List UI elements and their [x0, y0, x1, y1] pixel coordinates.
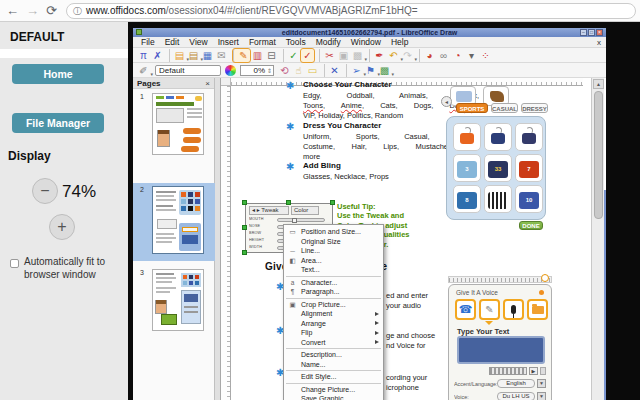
- home-button[interactable]: Home: [12, 64, 104, 84]
- context-menu-item[interactable]: Edit Style...: [284, 372, 383, 382]
- context-menu-item[interactable]: ¶ Paragraph...: [284, 287, 383, 297]
- menu[interactable]: View: [184, 37, 212, 48]
- context-menu-item[interactable]: Arrange: [284, 319, 383, 329]
- context-menu-item[interactable]: ▭ Position and Size...: [284, 227, 383, 237]
- note-icon[interactable]: ▭: [306, 64, 319, 77]
- print-icon[interactable]: ⊟: [265, 49, 278, 62]
- context-menu-item[interactable]: Save Graphic...: [284, 394, 383, 400]
- effects-icon[interactable]: ☝: [292, 64, 305, 77]
- clone-formatting-icon[interactable]: ✒: [369, 49, 386, 62]
- scroll-up-icon[interactable]: ▲: [593, 79, 604, 89]
- open-icon[interactable]: ▤: [187, 49, 200, 62]
- pages-panel: Pages × 1: [133, 78, 215, 400]
- page-thumbnail-row-1[interactable]: 1: [133, 90, 215, 160]
- context-menu-item[interactable]: Change Picture...: [284, 385, 383, 395]
- context-menu-item[interactable]: Description...: [284, 350, 383, 360]
- fit-checkbox[interactable]: [10, 259, 19, 268]
- menu[interactable]: Window: [346, 37, 386, 48]
- reload-icon[interactable]: ⟳: [46, 2, 57, 20]
- auto-spellcheck-icon[interactable]: ✓: [301, 49, 314, 62]
- edit-points-icon[interactable]: ✕: [324, 64, 341, 77]
- align-icon[interactable]: ⚑: [364, 64, 377, 77]
- url-domain: www.offidocs.com: [86, 5, 166, 16]
- pages-panel-close-icon[interactable]: ×: [205, 79, 210, 88]
- grid-icon[interactable]: ▩: [378, 64, 391, 77]
- export-pdf-icon[interactable]: ▥: [251, 49, 264, 62]
- context-menu-item[interactable]: ─ Line...: [284, 246, 383, 256]
- context-menu-item[interactable]: Original Size: [284, 237, 383, 247]
- forward-icon[interactable]: →: [26, 2, 39, 20]
- selection-handle[interactable]: [242, 225, 247, 230]
- cut-icon[interactable]: ✂: [319, 49, 336, 62]
- type-your-text-label: Type Your Text: [457, 327, 509, 336]
- page-thumbnail-row-3[interactable]: 3: [133, 266, 215, 338]
- menu[interactable]: Format: [244, 37, 281, 48]
- styles-icon[interactable]: ✐: [137, 64, 150, 77]
- chart-icon[interactable]: ◕: [419, 49, 436, 62]
- page-number: 2: [140, 186, 144, 193]
- menu-item-icon: ─: [287, 246, 298, 256]
- selection-handle[interactable]: [330, 200, 335, 205]
- done-button: DONE: [519, 221, 543, 230]
- context-menu-item[interactable]: ◧ Area...: [284, 256, 383, 266]
- selection-handle[interactable]: [286, 200, 291, 205]
- context-menu-item[interactable]: ▣ Crop Picture...: [284, 300, 383, 310]
- new-document-icon[interactable]: ▤: [169, 49, 186, 62]
- menu[interactable]: File: [136, 37, 160, 48]
- bullet-icon: ✱: [286, 121, 294, 132]
- menu[interactable]: Modify: [311, 37, 346, 48]
- undo-icon[interactable]: ↶: [387, 49, 400, 62]
- page-thumbnail-row-2[interactable]: 2: [133, 183, 215, 261]
- spellcheck-icon[interactable]: ✓: [283, 49, 300, 62]
- arrange-icon[interactable]: ➢: [346, 64, 363, 77]
- page-thumbnail-preview[interactable]: [152, 186, 204, 254]
- menu[interactable]: Tools: [281, 37, 311, 48]
- context-menu-item[interactable]: a Character...: [284, 278, 383, 288]
- menu[interactable]: Edit: [160, 37, 185, 48]
- minimize-button[interactable]: –: [580, 29, 587, 36]
- paste-icon[interactable]: ▩: [351, 49, 364, 62]
- navigator-icon[interactable]: ◔: [451, 49, 464, 62]
- transparency-spinner[interactable]: 0%: [240, 65, 274, 76]
- formula-icon[interactable]: π: [137, 49, 150, 62]
- scrollbar-thumb[interactable]: [594, 91, 603, 219]
- document-canvas[interactable]: ▲ ✱ ✱ ✱ ✱ ✱ ✱ Choose Your Character Edgy…: [221, 78, 606, 400]
- maximize-button[interactable]: □: [588, 29, 595, 36]
- text-button: ✎: [479, 299, 500, 320]
- close-button[interactable]: ×: [596, 29, 603, 36]
- edit-file-icon[interactable]: ✎: [233, 49, 250, 62]
- selection-handle[interactable]: [242, 200, 247, 205]
- menu[interactable]: Help: [386, 37, 413, 48]
- pages-panel-title: Pages: [137, 79, 161, 88]
- context-menu-item[interactable]: Name...: [284, 360, 383, 370]
- email-icon[interactable]: ✉: [215, 49, 228, 62]
- style-combobox[interactable]: Default: [155, 65, 221, 76]
- context-menu-item[interactable]: Alignment: [284, 309, 383, 319]
- save-icon[interactable]: ▦: [201, 49, 214, 62]
- selection-handle[interactable]: [242, 250, 247, 255]
- address-bar[interactable]: ⓘwww.offidocs.com/osessionx04/#/client/R…: [66, 3, 636, 19]
- page-thumbnail-preview[interactable]: [152, 269, 204, 331]
- gallery-icon[interactable]: ▾: [465, 49, 478, 62]
- pointer-notch: [485, 321, 493, 325]
- edit-points-mode-icon[interactable]: ✗: [151, 49, 164, 62]
- context-menu-item[interactable]: Text...: [284, 265, 383, 275]
- zoom-in-button[interactable]: +: [49, 214, 75, 240]
- context-menu-item[interactable]: Flip: [284, 328, 383, 338]
- display-grid-icon[interactable]: ⁘: [479, 49, 492, 62]
- voice-ruler-graphic: [448, 276, 552, 283]
- menu[interactable]: Insert: [213, 37, 244, 48]
- back-icon[interactable]: ←: [6, 2, 19, 20]
- zoom-out-button[interactable]: −: [32, 178, 58, 204]
- vertical-scrollbar[interactable]: ▲: [591, 78, 604, 400]
- page-thumbnail-preview[interactable]: [152, 93, 204, 155]
- color-wheel-icon[interactable]: [225, 65, 236, 76]
- redo-icon[interactable]: ↷: [401, 49, 414, 62]
- context-menu-item[interactable]: Convert: [284, 338, 383, 348]
- menubar-close-icon[interactable]: x: [597, 37, 601, 48]
- page-info-icon[interactable]: ⓘ: [73, 6, 82, 16]
- file-manager-button[interactable]: File Manager: [12, 113, 104, 133]
- hyperlink-icon[interactable]: ∞: [437, 49, 450, 62]
- rotate-icon[interactable]: ⟲: [278, 64, 291, 77]
- copy-icon[interactable]: ▣: [337, 49, 350, 62]
